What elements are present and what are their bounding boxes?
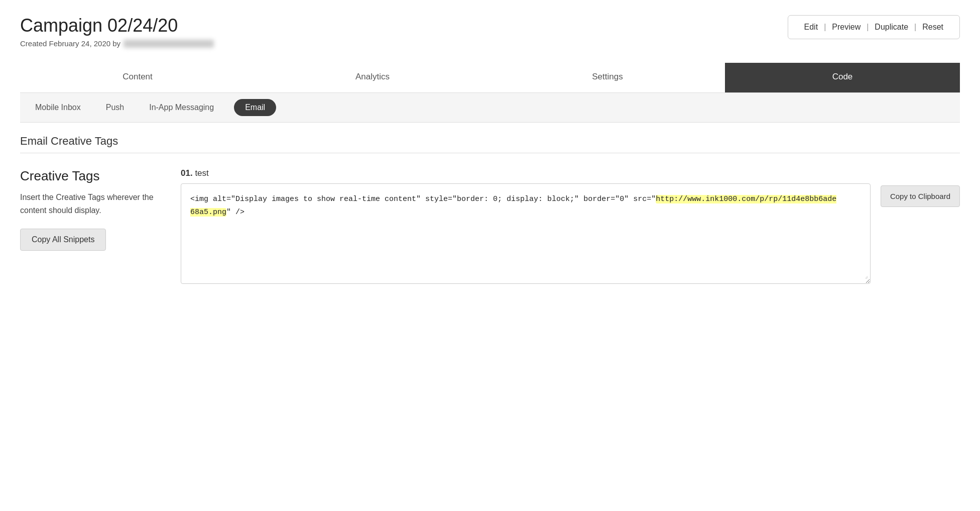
author-name-blurred [124,40,214,48]
created-by-text: Created February 24, 2020 by [20,39,120,48]
sep-2: | [865,23,871,32]
left-panel: Creative Tags Insert the Creative Tags w… [20,168,161,251]
snippet-name: test [195,168,208,178]
reset-link[interactable]: Reset [918,23,947,32]
content-area: Creative Tags Insert the Creative Tags w… [20,168,960,284]
header-left: Campaign 02/24/20 Created February 24, 2… [20,15,214,48]
duplicate-link[interactable]: Duplicate [871,23,912,32]
header-actions-bar: Edit | Preview | Duplicate | Reset [788,15,960,39]
resize-handle-icon: ⌟ [865,271,868,281]
main-tabs: Content Analytics Settings Code [20,63,960,93]
preview-link[interactable]: Preview [828,23,865,32]
right-panel: 01. test <img alt="Display images to sho… [181,168,960,284]
subtab-mobile-inbox[interactable]: Mobile Inbox [30,100,86,115]
edit-link[interactable]: Edit [800,23,822,32]
tab-content[interactable]: Content [20,63,255,92]
page-title: Campaign 02/24/20 [20,15,214,36]
creative-tags-description: Insert the Creative Tags wherever the co… [20,191,161,217]
code-snippet-box[interactable]: <img alt="Display images to show real-ti… [181,183,871,284]
sep-3: | [912,23,918,32]
code-plain-end: " /> [226,208,244,217]
code-plain-start: <img alt="Display images to show real-ti… [190,195,656,203]
snippet-row: <img alt="Display images to show real-ti… [181,183,960,284]
snippet-label: 01. test [181,168,960,178]
subtab-in-app-messaging[interactable]: In-App Messaging [144,100,219,115]
tab-code[interactable]: Code [725,63,960,92]
copy-to-clipboard-button[interactable]: Copy to Clipboard [881,185,960,207]
sub-tabs: Mobile Inbox Push In-App Messaging Email [20,93,960,123]
section-title: Email Creative Tags [20,123,960,153]
subtab-push[interactable]: Push [101,100,129,115]
sep-1: | [822,23,828,32]
subtab-email[interactable]: Email [234,99,276,116]
copy-all-snippets-button[interactable]: Copy All Snippets [20,229,106,251]
created-by-line: Created February 24, 2020 by [20,39,214,48]
tab-analytics[interactable]: Analytics [255,63,490,92]
snippet-number: 01. [181,168,193,178]
creative-tags-heading: Creative Tags [20,168,161,184]
tab-settings[interactable]: Settings [490,63,725,92]
page-header: Campaign 02/24/20 Created February 24, 2… [20,15,960,48]
